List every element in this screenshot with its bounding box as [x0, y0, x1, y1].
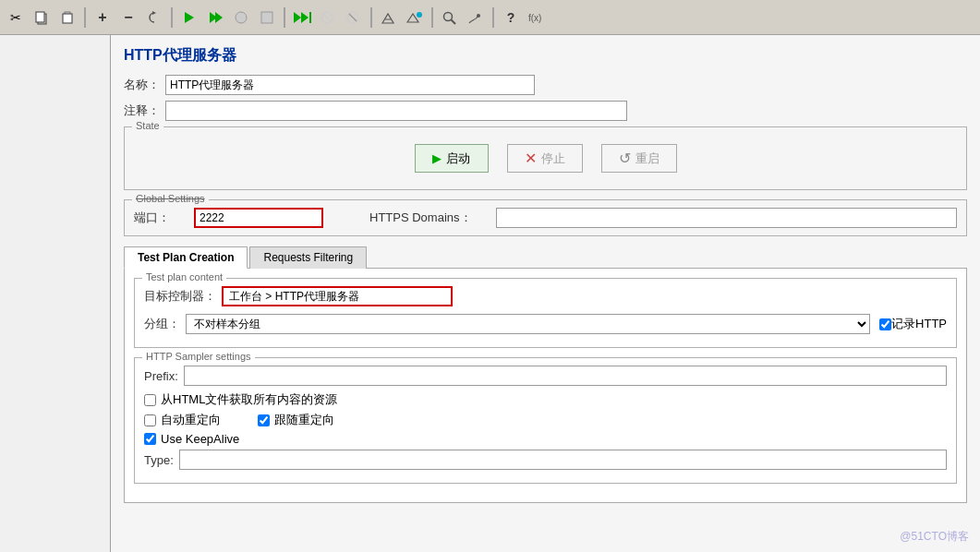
http-sampler-section: HTTP Sampler settings Prefix: 从HTML文件获取所… — [134, 357, 957, 484]
prefix-input[interactable] — [184, 366, 947, 386]
grouping-select[interactable]: 不对样本分组在组间放分隔符每组放一个新的控制器只存储第一个样本 — [186, 314, 870, 334]
tabs-container: Test Plan Creation Requests Filtering — [124, 246, 967, 269]
separator-3 — [284, 7, 285, 28]
html-resources-checkbox[interactable] — [144, 394, 156, 406]
type-label: Type: — [144, 453, 174, 467]
comment-input[interactable] — [165, 101, 627, 121]
stop-icon: ✕ — [525, 150, 537, 167]
svg-line-14 — [323, 14, 331, 21]
settings-row: 端口： HTTPS Domains： — [134, 208, 957, 228]
type-row: Type: — [144, 450, 947, 470]
paste-button[interactable] — [55, 6, 79, 30]
port-label: 端口： — [134, 210, 170, 226]
remote-run-button[interactable] — [290, 6, 314, 30]
name-label: 名称： — [124, 77, 160, 93]
target-controller-label: 目标控制器： — [144, 288, 216, 305]
run-button[interactable] — [177, 6, 201, 30]
run-nopause-button[interactable] — [203, 6, 227, 30]
shutdown-button[interactable] — [255, 6, 279, 30]
stop-state-button[interactable]: ✕ 停止 — [507, 144, 583, 173]
auto-redirect-checkbox[interactable] — [144, 414, 156, 426]
keepalive-checkbox[interactable] — [144, 433, 156, 445]
restart-button[interactable]: ↺ 重启 — [601, 144, 677, 173]
function-helper-button[interactable]: f(x) — [525, 6, 549, 30]
search-button[interactable] — [438, 6, 462, 30]
svg-line-16 — [349, 14, 357, 21]
redirect-row: 自动重定向 跟随重定向 — [144, 412, 947, 428]
tab-content: Test plan content 目标控制器： 分组： 不对样本分组在组间放分… — [124, 269, 967, 503]
follow-redirect-checkbox[interactable] — [258, 414, 270, 426]
state-buttons: ▶ 启动 ✕ 停止 ↺ 重启 — [134, 135, 957, 182]
add-button[interactable]: + — [91, 6, 115, 30]
grouping-row: 分组： 不对样本分组在组间放分隔符每组放一个新的控制器只存储第一个样本 记录HT… — [144, 314, 947, 334]
svg-point-8 — [236, 12, 247, 23]
svg-text:f(x): f(x) — [528, 13, 541, 23]
tpc-section-label: Test plan content — [142, 271, 226, 282]
type-input[interactable] — [179, 450, 947, 470]
tab-test-plan-creation[interactable]: Test Plan Creation — [124, 246, 248, 269]
svg-marker-5 — [185, 12, 194, 23]
page-title: HTTP代理服务器 — [124, 46, 967, 66]
svg-rect-1 — [36, 12, 44, 22]
follow-redirect-container: 跟随重定向 — [258, 412, 334, 428]
start-button[interactable]: ▶ 启动 — [415, 144, 489, 173]
svg-point-18 — [444, 12, 453, 20]
reset-button[interactable] — [142, 6, 166, 30]
play-icon: ▶ — [432, 151, 442, 165]
sidebar — [0, 35, 111, 552]
separator-1 — [84, 7, 86, 28]
help-button[interactable]: ? — [499, 6, 523, 30]
content-area: HTTP代理服务器 名称： 注释： State ▶ 启动 ✕ 停止 — [111, 35, 980, 552]
record-checkbox-container: 记录HTTP — [879, 316, 947, 332]
auto-redirect-container: 自动重定向 — [144, 412, 221, 428]
remote-shutdown-button[interactable] — [342, 6, 366, 30]
name-input[interactable] — [165, 75, 535, 95]
svg-point-20 — [477, 14, 480, 18]
report-button[interactable] — [464, 6, 488, 30]
start-label: 启动 — [446, 150, 470, 167]
state-section-label: State — [132, 120, 163, 131]
grouping-label: 分组： — [144, 316, 180, 332]
svg-line-19 — [452, 19, 456, 24]
name-row: 名称： — [124, 75, 967, 95]
https-input[interactable] — [496, 208, 957, 228]
svg-rect-9 — [261, 12, 272, 23]
svg-rect-3 — [63, 14, 72, 23]
remove-button[interactable]: − — [116, 6, 140, 30]
record-label: 记录HTTP — [891, 316, 947, 332]
port-input[interactable] — [194, 208, 323, 228]
global-settings-label: Global Settings — [132, 193, 209, 204]
separator-2 — [171, 7, 173, 28]
cut-button[interactable]: ✂ — [4, 6, 28, 30]
comment-row: 注释： — [124, 101, 967, 121]
state-section: State ▶ 启动 ✕ 停止 ↺ 重启 — [124, 126, 967, 190]
remote-stop-button[interactable] — [316, 6, 340, 30]
prefix-row: Prefix: — [144, 366, 947, 386]
clear-all-button[interactable] — [403, 6, 427, 30]
http-sampler-label: HTTP Sampler settings — [142, 351, 255, 362]
separator-4 — [370, 7, 372, 28]
target-controller-row: 目标控制器： — [144, 286, 947, 306]
comment-label: 注释： — [124, 102, 160, 119]
svg-marker-7 — [215, 12, 223, 23]
copy-button[interactable] — [30, 6, 54, 30]
html-resources-label: 从HTML文件获取所有内容的资源 — [161, 391, 337, 408]
main-container: HTTP代理服务器 名称： 注释： State ▶ 启动 ✕ 停止 — [0, 35, 980, 552]
stop-button[interactable] — [229, 6, 253, 30]
svg-marker-4 — [152, 11, 156, 15]
tab-requests-filtering[interactable]: Requests Filtering — [249, 246, 367, 269]
keepalive-label: Use KeepAlive — [161, 432, 239, 446]
global-settings-section: Global Settings 端口： HTTPS Domains： — [124, 199, 967, 236]
clear-button[interactable] — [377, 6, 401, 30]
separator-6 — [492, 7, 494, 28]
target-controller-input[interactable] — [222, 286, 453, 306]
https-label: HTTPS Domains： — [369, 210, 472, 226]
svg-rect-12 — [309, 12, 311, 23]
stop-label: 停止 — [541, 150, 565, 167]
svg-point-17 — [417, 12, 422, 18]
watermark: @51CTO博客 — [900, 529, 969, 545]
separator-5 — [431, 7, 433, 28]
prefix-label: Prefix: — [144, 369, 178, 383]
record-checkbox[interactable] — [879, 318, 891, 330]
toolbar: ✂ + − ? f(x) — [0, 0, 980, 35]
